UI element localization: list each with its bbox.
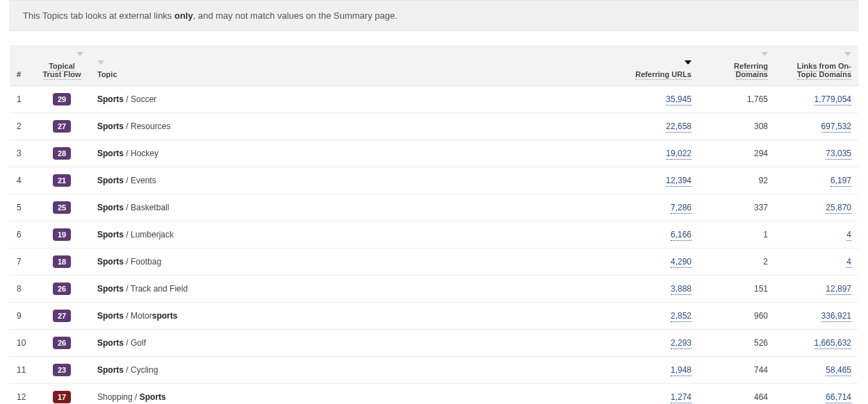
row-links-ontopic: 1,665,632 [775, 330, 858, 357]
row-topic[interactable]: Shopping / Sports [90, 384, 622, 405]
row-ref-domains: 337 [698, 194, 775, 221]
ttf-badge: 27 [53, 120, 71, 133]
links-ontopic-link[interactable]: 4 [846, 257, 851, 268]
info-text-suffix: , and may not match values on the Summar… [193, 10, 398, 21]
row-index: 10 [10, 330, 33, 357]
links-ontopic-link[interactable]: 12,897 [826, 284, 851, 295]
links-ontopic-link[interactable]: 66,714 [826, 392, 851, 403]
ttf-badge: 18 [53, 255, 71, 268]
links-ontopic-link[interactable]: 1,665,632 [814, 338, 851, 349]
col-header-ttf-label: Topical Trust Flow [43, 62, 81, 80]
table-row: 826Sports / Track and Field3,88815112,89… [10, 276, 858, 303]
ref-urls-link[interactable]: 2,293 [671, 338, 691, 349]
row-ttf: 25 [33, 194, 90, 221]
ttf-badge: 27 [53, 310, 71, 322]
col-header-topic[interactable]: Topic [90, 45, 622, 86]
sort-caret-icon [844, 52, 851, 56]
ref-urls-link[interactable]: 19,022 [666, 149, 691, 160]
row-ttf: 23 [33, 357, 90, 384]
row-ttf: 18 [33, 249, 90, 276]
row-index: 7 [10, 249, 33, 276]
col-header-ref-domains-label: Referring Domains [734, 62, 768, 80]
row-index: 1 [10, 86, 33, 113]
row-ttf: 17 [33, 384, 90, 405]
ttf-badge: 23 [53, 364, 71, 376]
ref-urls-link[interactable]: 1,948 [671, 365, 691, 376]
row-topic[interactable]: Sports / Motorsports [90, 303, 622, 330]
links-ontopic-link[interactable]: 25,870 [826, 203, 851, 214]
ttf-badge: 28 [53, 147, 71, 160]
row-topic[interactable]: Sports / Soccer [90, 86, 622, 113]
row-ref-domains: 526 [698, 330, 775, 357]
links-ontopic-link[interactable]: 336,921 [821, 311, 851, 322]
row-index: 6 [10, 221, 33, 249]
col-header-topic-label: Topic [97, 70, 117, 78]
row-ref-urls: 7,286 [622, 194, 698, 221]
table-row: 1026Sports / Golf2,2935261,665,632 [10, 330, 858, 357]
links-ontopic-link[interactable]: 58,465 [826, 365, 851, 376]
row-topic[interactable]: Sports / Resources [90, 113, 622, 140]
ref-urls-link[interactable]: 4,290 [671, 257, 691, 268]
row-links-ontopic: 4 [775, 249, 858, 276]
row-ref-urls: 12,394 [622, 167, 698, 194]
row-ref-domains: 308 [698, 113, 775, 140]
links-ontopic-link[interactable]: 73,035 [826, 149, 851, 160]
col-header-ref-domains[interactable]: Referring Domains [698, 45, 775, 86]
sort-caret-icon [761, 52, 768, 56]
row-index: 11 [10, 357, 33, 384]
col-header-links-ontopic[interactable]: Links from On-Topic Domains [775, 45, 858, 86]
ref-urls-link[interactable]: 2,852 [671, 311, 691, 322]
row-ref-domains: 744 [698, 357, 775, 384]
row-ref-urls: 19,022 [622, 140, 698, 167]
ref-urls-link[interactable]: 22,658 [666, 121, 691, 133]
row-links-ontopic: 12,897 [775, 276, 858, 303]
row-ref-domains: 151 [698, 276, 775, 303]
row-topic[interactable]: Sports / Footbag [90, 249, 622, 276]
row-topic[interactable]: Sports / Cycling [90, 357, 622, 384]
row-ttf: 29 [33, 86, 90, 113]
links-ontopic-link[interactable]: 697,532 [821, 121, 851, 133]
col-header-ref-urls[interactable]: Referring URLs [622, 45, 698, 86]
ref-urls-link[interactable]: 6,166 [671, 230, 691, 241]
info-text-bold: only [174, 10, 193, 21]
row-topic[interactable]: Sports / Basketball [90, 194, 622, 221]
row-index: 12 [10, 384, 33, 405]
col-header-links-ontopic-label: Links from On-Topic Domains [797, 62, 851, 80]
ref-urls-link[interactable]: 35,945 [666, 94, 691, 106]
col-header-index-label: # [17, 70, 21, 78]
row-topic[interactable]: Sports / Track and Field [90, 276, 622, 303]
ttf-badge: 26 [53, 337, 71, 349]
row-links-ontopic: 4 [775, 221, 858, 249]
ref-urls-link[interactable]: 1,274 [671, 392, 691, 403]
links-ontopic-link[interactable]: 1,779,054 [814, 94, 851, 106]
row-ttf: 21 [33, 167, 90, 194]
table-header-row: # Topical Trust Flow Topic Referring URL… [10, 45, 858, 86]
row-ref-domains: 464 [698, 384, 775, 405]
ttf-badge: 19 [53, 228, 71, 241]
row-links-ontopic: 697,532 [775, 113, 858, 140]
table-row: 619Sports / Lumberjack6,16614 [10, 221, 858, 249]
links-ontopic-link[interactable]: 6,197 [830, 176, 851, 187]
col-header-index[interactable]: # [10, 45, 33, 86]
table-row: 1217Shopping / Sports1,27446466,714 [10, 384, 858, 405]
col-header-ttf[interactable]: Topical Trust Flow [33, 45, 90, 86]
links-ontopic-link[interactable]: 4 [846, 230, 851, 241]
row-index: 3 [10, 140, 33, 167]
ref-urls-link[interactable]: 12,394 [666, 176, 691, 187]
row-topic[interactable]: Sports / Golf [90, 330, 622, 357]
info-banner: This Topics tab looks at external links … [10, 0, 858, 31]
ref-urls-link[interactable]: 3,888 [671, 284, 691, 295]
ttf-badge: 21 [53, 174, 71, 187]
row-ref-domains: 960 [698, 303, 775, 330]
row-ttf: 26 [33, 276, 90, 303]
row-ttf: 27 [33, 113, 90, 140]
row-topic[interactable]: Sports / Lumberjack [90, 221, 622, 249]
row-ref-urls: 35,945 [622, 86, 698, 113]
row-links-ontopic: 6,197 [775, 167, 858, 194]
row-links-ontopic: 25,870 [775, 194, 858, 221]
row-topic[interactable]: Sports / Events [90, 167, 622, 194]
table-row: 927Sports / Motorsports2,852960336,921 [10, 303, 858, 330]
row-topic[interactable]: Sports / Hockey [90, 140, 622, 167]
table-row: 1123Sports / Cycling1,94874458,465 [10, 357, 858, 384]
ref-urls-link[interactable]: 7,286 [671, 203, 691, 214]
